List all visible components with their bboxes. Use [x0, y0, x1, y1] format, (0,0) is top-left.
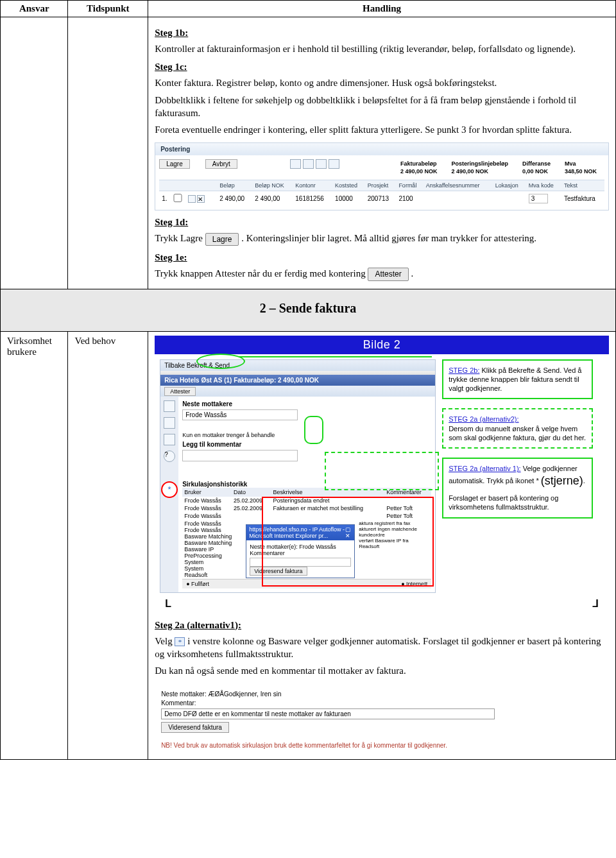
steg-1b-title: Steg 1b:: [155, 28, 609, 39]
attester-button[interactable]: Attester: [164, 387, 196, 396]
lagre-inline-button[interactable]: Lagre: [205, 233, 239, 246]
highlight-ring-icon: [196, 354, 245, 369]
callout-2a2: STEG 2a (alternativ2): Dersom du manuelt…: [442, 408, 593, 449]
steg-2a-p2: Du kan nå også sende med en kommentar ti…: [155, 664, 609, 677]
section2-title: 2 – Sende faktura: [1, 289, 615, 331]
cell-handling-1: Steg 1b: Kontroller at fakturainformasjo…: [148, 17, 616, 289]
avbryt-button[interactable]: Avbryt: [205, 159, 237, 169]
nb-text: NB! Ved bruk av automatisk sirkulasjon b…: [161, 742, 603, 749]
s1e-pre: Trykk knappen Attester når du er ferdig …: [155, 268, 368, 279]
mva-input[interactable]: [529, 194, 548, 203]
callout-2a1-t3: Forslaget er basert på kontering og virk…: [449, 494, 558, 511]
col-prosj: Prosjekt: [365, 180, 397, 191]
sum-v1: 2 490,00 NOK: [394, 168, 444, 175]
steg-2a-title: Steg 2a (alternativ1):: [155, 620, 609, 631]
toolbar-icon[interactable]: [316, 159, 327, 169]
steg-1e-title: Steg 1e:: [155, 252, 609, 263]
cell-beloknok: 2 490,00: [252, 191, 293, 207]
cell-tid-1: [68, 17, 148, 289]
toolbar-icon[interactable]: [290, 159, 301, 169]
steg-1d-text: Trykk Lagre Lagre . Konteringslinjer bli…: [155, 232, 609, 246]
sidebar-icon[interactable]: [164, 400, 175, 412]
attester-inline-button[interactable]: Attester: [368, 268, 408, 280]
highlight-ring-icon: [304, 416, 323, 444]
highlight-red-box-icon: [262, 497, 434, 587]
s1e-post: .: [411, 268, 414, 279]
connector-line-icon: [239, 356, 432, 357]
cell-ansvar-1: [1, 17, 68, 289]
star-icon[interactable]: *: [161, 481, 178, 498]
sum-h2: Posteringslinjebeløp: [445, 160, 515, 167]
figc-l2: Kommentar:: [161, 699, 603, 707]
toolbar-icon[interactable]: [303, 159, 314, 169]
delete-icon[interactable]: ✕: [197, 195, 205, 203]
cell-anskaff: [424, 191, 493, 207]
col-lok: Lokasjon: [493, 180, 526, 191]
crop-mark-icon: L: [592, 598, 599, 610]
help-icon[interactable]: ?: [164, 450, 175, 462]
cell-tid-2: Ved behov: [68, 331, 148, 760]
s2a-pre: Velg: [155, 636, 175, 646]
summary-table: Fakturabeløp Posteringslinjebeløp Differ…: [393, 159, 604, 176]
col-formal: Formål: [396, 180, 423, 191]
col-beloknok: Beløp NOK: [252, 180, 293, 191]
toolbar-icon[interactable]: [329, 159, 339, 169]
col-tekst: Tekst: [561, 180, 604, 191]
lagre-button[interactable]: Lagre: [159, 159, 190, 169]
th-handling: Handling: [148, 1, 616, 17]
cell-belop: 2 490,00: [217, 191, 252, 207]
th-tidspunkt: Tidspunkt: [68, 1, 148, 17]
sum-h4: Mva: [558, 160, 603, 167]
col-anskaff: Anskaffelsesnummer: [424, 180, 493, 191]
cell-konto: 16181256: [293, 191, 332, 207]
sum-v3: 0,00 NOK: [516, 168, 557, 175]
th-bruker: Bruker: [182, 488, 232, 497]
steg-1c-p2: Dobbeltklikk i feltene for søkehjelp og …: [155, 94, 609, 120]
cell-lok: [493, 191, 526, 207]
s1d-pre: Trykk Lagre: [155, 233, 205, 243]
row-num: 1.: [159, 191, 171, 207]
neste-mottakere-label: Neste mottakere: [182, 400, 431, 408]
col-konto: Kontonr: [293, 180, 332, 191]
row-checkbox[interactable]: [173, 194, 182, 202]
cell-tekst: Testfaktura: [561, 191, 604, 207]
kommentar-input[interactable]: [161, 708, 495, 719]
sum-h1: Fakturabeløp: [394, 160, 444, 167]
sidebar-icon[interactable]: [164, 434, 175, 445]
sidebar-icon[interactable]: [164, 417, 175, 429]
sum-v4: 348,50 NOK: [558, 168, 603, 175]
cell-ansvar-2: Virksomhet brukere: [1, 331, 68, 760]
s2a-post: i venstre kolonne og Basware velger godk…: [155, 636, 601, 659]
highlight-dashed-box-icon: [325, 452, 439, 490]
copy-icon[interactable]: [188, 195, 196, 203]
posting-grid: Beløp Beløp NOK Kontonr Koststed Prosjek…: [159, 180, 604, 206]
steg-1e-text: Trykk knappen Attester når du er ferdig …: [155, 267, 609, 281]
col-mva: Mva kode: [526, 180, 561, 191]
cell-prosj: 200713: [365, 191, 397, 207]
sum-h3: Differanse: [516, 160, 557, 167]
col-belop: Beløp: [217, 180, 252, 191]
left-sidebar: ? *: [160, 397, 178, 592]
callout-2b: STEG 2b: Klikk på Bekrefte & Send. Ved å…: [442, 359, 593, 400]
cell-handling-2: Bilde 2 Tilbake Bekreft & Send Rica Hote…: [148, 331, 616, 760]
kommentar-field[interactable]: [182, 450, 298, 461]
star-icon[interactable]: *: [175, 637, 185, 646]
steg-1b-text: Kontroller at fakturainformasjon er i he…: [155, 42, 609, 55]
sum-v2: 2 490,00 NOK: [445, 168, 515, 175]
videresend-faktura-button[interactable]: Videresend faktura: [161, 722, 229, 733]
steg-1c-p3: Foreta eventuelle endringer i kontering,…: [155, 123, 609, 136]
steg-1d-title: Steg 1d:: [155, 217, 609, 228]
cell-kost: 10000: [332, 191, 365, 207]
mottaker-field[interactable]: Frode Wassås: [182, 409, 298, 420]
toolbar-icons: [290, 159, 339, 169]
th-dato: Dato: [232, 488, 271, 497]
steg-1c-title: Steg 1c:: [155, 62, 609, 73]
bilde2-title: Bilde 2: [155, 336, 609, 354]
steg-1c-p1: Konter faktura. Registrer beløp, konto o…: [155, 76, 609, 89]
stjerne-text: (stjerne): [541, 474, 583, 487]
callout-2b-label: STEG 2b:: [449, 366, 479, 374]
col-kost: Koststed: [332, 180, 365, 191]
figc-l1: Neste mottaker: ÆØÅGodkjenner, Iren sin: [161, 691, 603, 698]
crop-mark-icon: L: [165, 598, 171, 610]
steg-2a-p1: Velg * i venstre kolonne og Basware velg…: [155, 635, 609, 661]
